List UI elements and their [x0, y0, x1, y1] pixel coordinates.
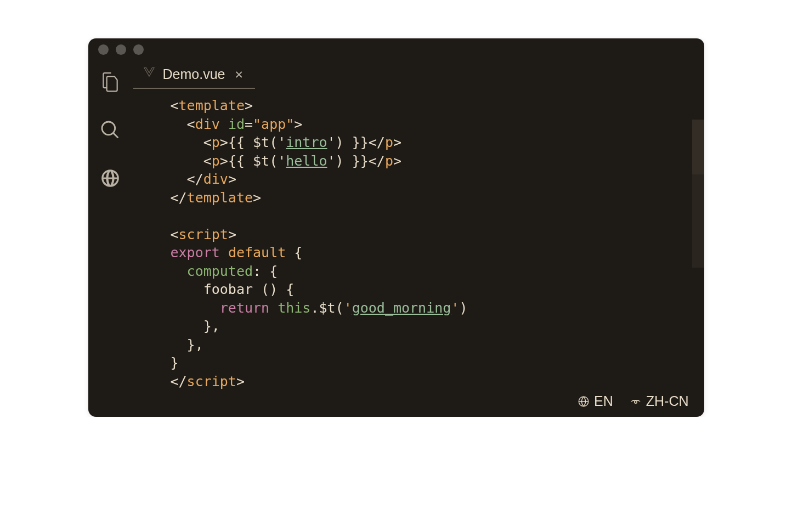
code-line: </template> [171, 189, 704, 207]
code-line: export default { [171, 244, 704, 262]
code-line: </div> [171, 170, 704, 189]
minimize-window-button[interactable] [116, 44, 126, 55]
close-tab-icon[interactable]: ✕ [233, 66, 245, 82]
vue-file-icon [143, 67, 155, 81]
code-line: return this.$t('good_morning') [171, 299, 704, 318]
code-line: }, [171, 336, 704, 354]
tab-demo-vue[interactable]: Demo.vue ✕ [133, 60, 255, 89]
code-line: foobar () { [171, 280, 704, 299]
close-window-button[interactable] [98, 44, 109, 55]
code-editor[interactable]: <template> <div id="app"> <p>{{ $t('intr… [132, 89, 704, 417]
code-line: <script> [171, 225, 704, 244]
code-line: <p>{{ $t('intro') }}</p> [171, 133, 704, 152]
code-line: computed: { [171, 262, 704, 281]
lang-zh-button[interactable]: ZH-CN [630, 393, 689, 409]
scrollbar[interactable] [692, 120, 704, 268]
tab-filename: Demo.vue [163, 66, 225, 82]
code-line [171, 207, 704, 225]
tab-bar: Demo.vue ✕ [132, 60, 704, 89]
activity-bar [88, 60, 132, 417]
globe-icon[interactable] [100, 168, 121, 189]
eye-icon [630, 395, 642, 408]
lang-en-label: EN [594, 393, 613, 409]
svg-line-1 [113, 133, 118, 138]
lang-zh-label: ZH-CN [646, 393, 689, 409]
lang-en-button[interactable]: EN [578, 393, 613, 409]
code-line: } [171, 354, 704, 372]
svg-point-4 [634, 400, 637, 403]
code-line: </script> [171, 372, 704, 391]
code-line: }, [171, 317, 704, 336]
scrollbar-thumb[interactable] [692, 120, 704, 174]
window-body: Demo.vue ✕ <template> <div id="app"> <p>… [88, 60, 704, 417]
code-line: <p>{{ $t('hello') }}</p> [171, 152, 704, 171]
code-line: <template> [171, 97, 704, 115]
explorer-icon[interactable] [100, 71, 121, 92]
svg-point-0 [101, 122, 115, 135]
globe-icon [578, 395, 590, 408]
editor-main: Demo.vue ✕ <template> <div id="app"> <p>… [132, 60, 704, 417]
search-icon[interactable] [100, 120, 121, 140]
code-line: <div id="app"> [171, 115, 704, 134]
titlebar [88, 38, 704, 60]
editor-window: Demo.vue ✕ <template> <div id="app"> <p>… [88, 38, 704, 417]
maximize-window-button[interactable] [133, 44, 144, 55]
status-bar: EN ZH-CN [578, 393, 689, 409]
